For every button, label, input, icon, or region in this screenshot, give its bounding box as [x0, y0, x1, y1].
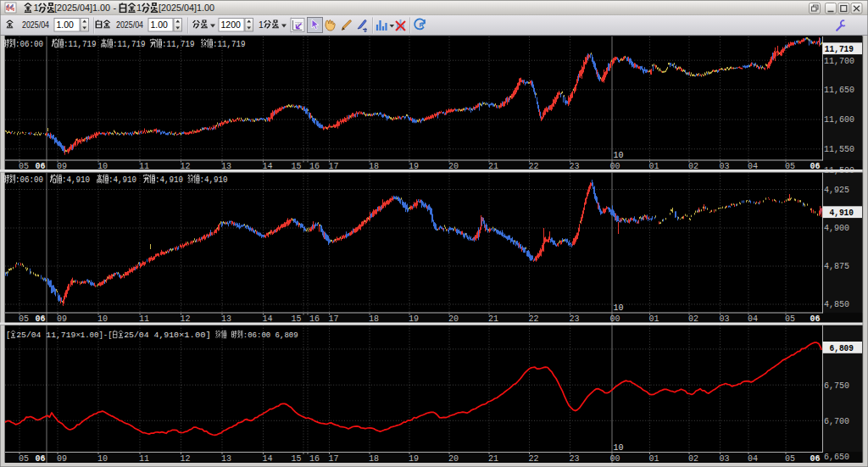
- svg-text:R: R: [420, 21, 425, 29]
- svg-text:10: 10: [614, 151, 624, 160]
- svg-text:-: -: [114, 3, 117, 13]
- svg-text::11,719: :11,719: [113, 39, 146, 49]
- svg-text:6,700: 6,700: [824, 416, 849, 426]
- svg-text:15: 15: [291, 454, 301, 464]
- svg-text:10: 10: [97, 314, 108, 324]
- svg-text:11,550: 11,550: [824, 144, 854, 154]
- svg-text:[: [: [6, 331, 10, 340]
- svg-text:11,650: 11,650: [824, 85, 854, 95]
- svg-text:17: 17: [328, 314, 338, 324]
- svg-text::4,910: :4,910: [62, 175, 90, 185]
- svg-text:6,750: 6,750: [824, 381, 849, 391]
- svg-text:10: 10: [97, 454, 108, 464]
- svg-text::11,719: :11,719: [64, 39, 97, 49]
- svg-text:04: 04: [748, 454, 758, 464]
- svg-text:4,925: 4,925: [824, 185, 849, 195]
- svg-text:23: 23: [569, 314, 579, 324]
- svg-text:13: 13: [221, 314, 231, 324]
- svg-text:12: 12: [180, 314, 190, 324]
- svg-text:6,809: 6,809: [830, 343, 854, 353]
- svg-text:1.00: 1.00: [151, 19, 169, 30]
- svg-text::06:00: :06:00: [15, 39, 43, 49]
- svg-text:10: 10: [614, 303, 624, 313]
- svg-text:4,875: 4,875: [824, 261, 849, 271]
- svg-text:2025/04: 2025/04: [116, 19, 143, 30]
- svg-text:04: 04: [748, 314, 758, 324]
- svg-text:05: 05: [19, 454, 29, 464]
- svg-text::4,910: :4,910: [108, 175, 136, 185]
- svg-text:25/04 4,910: 25/04 4,910: [124, 331, 179, 340]
- svg-text:03: 03: [719, 314, 729, 324]
- svg-text:06: 06: [810, 314, 820, 324]
- svg-text:21: 21: [488, 454, 498, 464]
- svg-text::06:00 6,809: :06:00 6,809: [243, 331, 298, 340]
- svg-text:09: 09: [57, 314, 67, 324]
- svg-text:01: 01: [648, 314, 659, 324]
- svg-text:10: 10: [614, 443, 624, 453]
- svg-text:11,700: 11,700: [824, 56, 854, 66]
- svg-text:[2025/04]1.00: [2025/04]1.00: [54, 3, 110, 13]
- svg-text::06:00: :06:00: [15, 175, 43, 185]
- svg-text:1: 1: [136, 3, 142, 13]
- svg-text:23: 23: [569, 454, 579, 464]
- svg-text:25/04 11,719: 25/04 11,719: [16, 331, 75, 340]
- svg-text:16: 16: [309, 454, 320, 464]
- svg-text:22: 22: [528, 454, 538, 464]
- svg-text:[2025/04]1.00: [2025/04]1.00: [159, 3, 214, 13]
- svg-text:05: 05: [19, 314, 29, 324]
- svg-text:15: 15: [291, 314, 301, 324]
- svg-text:03: 03: [719, 454, 729, 464]
- svg-text:01: 01: [648, 454, 659, 464]
- svg-text:4,910: 4,910: [830, 208, 854, 218]
- svg-text:1: 1: [259, 19, 264, 30]
- svg-text:22: 22: [528, 314, 538, 324]
- svg-text:18: 18: [369, 454, 379, 464]
- svg-text:20: 20: [448, 454, 459, 464]
- svg-text:14: 14: [262, 454, 272, 464]
- svg-text:13: 13: [221, 454, 231, 464]
- svg-text:06: 06: [35, 454, 45, 464]
- svg-text:06: 06: [810, 454, 820, 464]
- svg-text:06: 06: [35, 314, 45, 324]
- svg-text::4,910: :4,910: [155, 175, 183, 185]
- svg-text:21: 21: [488, 314, 498, 324]
- svg-text:18: 18: [369, 314, 379, 324]
- svg-text:11: 11: [139, 454, 149, 464]
- svg-text:1: 1: [34, 3, 39, 13]
- svg-text:1.00: 1.00: [57, 19, 75, 30]
- svg-text:11,600: 11,600: [824, 114, 854, 125]
- svg-text:00: 00: [609, 454, 620, 464]
- svg-text:14: 14: [262, 314, 272, 324]
- svg-text:2025/04: 2025/04: [22, 19, 49, 30]
- svg-text:02: 02: [688, 314, 698, 324]
- svg-text:17: 17: [328, 454, 338, 464]
- svg-text::4,910: :4,910: [200, 175, 228, 185]
- svg-text:12: 12: [180, 454, 190, 464]
- svg-text::11,719: :11,719: [213, 39, 246, 49]
- svg-text:09: 09: [57, 454, 67, 464]
- svg-text:02: 02: [688, 454, 698, 464]
- svg-text::11,719: :11,719: [162, 39, 195, 49]
- svg-text:11: 11: [139, 314, 149, 324]
- svg-text:19: 19: [409, 454, 419, 464]
- svg-text:19: 19: [409, 314, 419, 324]
- svg-text:16: 16: [309, 314, 320, 324]
- svg-text:4,850: 4,850: [824, 299, 849, 309]
- svg-text:1200: 1200: [221, 19, 242, 30]
- svg-text:05: 05: [785, 314, 795, 324]
- svg-text:6,650: 6,650: [824, 452, 849, 462]
- svg-text:×1.00]-[: ×1.00]-[: [75, 331, 112, 340]
- svg-text:×1.00]: ×1.00]: [179, 331, 211, 340]
- svg-text:00: 00: [609, 314, 620, 324]
- svg-text:20: 20: [448, 314, 459, 324]
- svg-text:11,719: 11,719: [825, 44, 854, 54]
- svg-text:4,900: 4,900: [824, 223, 849, 233]
- svg-text:05: 05: [785, 454, 795, 464]
